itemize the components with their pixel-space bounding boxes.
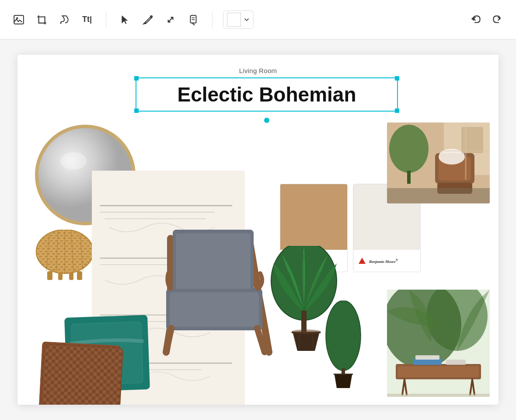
text-icon: Tt| [82,15,92,24]
chair-element[interactable] [153,203,280,352]
bm-logo [359,258,366,264]
photo-bottom-right[interactable] [387,290,490,397]
svg-rect-3 [191,15,196,23]
image-tool-button[interactable] [10,11,27,28]
toolbar-divider-2 [212,12,213,28]
svg-rect-67 [387,188,490,203]
photo-top-right[interactable] [387,122,490,203]
app-container: Tt| [0,0,516,420]
small-plant-element[interactable] [324,301,363,397]
small-plant-svg [324,301,363,397]
toolbar-middle-group [117,11,202,28]
handle-bottom-left[interactable] [134,108,139,113]
canvas-area: Living Room Eclectic Bohemian [0,39,516,420]
image-icon [13,14,24,25]
svg-rect-59 [407,171,411,184]
text-tool-button[interactable]: Tt| [79,11,95,28]
chevron-down-icon [244,17,250,23]
toolbar-divider-1 [106,12,106,28]
toolbar-left-group: Tt| [10,11,95,28]
brown-pillow-svg [38,341,125,405]
rattan-basket-element[interactable] [34,230,91,278]
undo-button[interactable] [468,11,485,28]
resize-icon [165,14,176,25]
svg-rect-52 [301,311,307,332]
photo-top-right-svg [387,122,490,203]
main-title: Eclectic Bohemian [145,83,388,106]
pen-tool-button[interactable] [139,11,156,28]
pen-icon [142,14,153,25]
svg-rect-80 [387,394,490,397]
crop-icon [36,14,47,25]
svg-rect-64 [461,127,483,153]
svg-rect-78 [415,355,439,360]
redo-button[interactable] [489,11,506,28]
svg-rect-21 [47,271,52,280]
svg-rect-72 [398,366,479,377]
brown-pillow-element[interactable] [38,341,121,405]
swatch-footer-bm: Benjamin Moore® [353,250,420,272]
handle-bottom-right[interactable] [395,108,399,113]
svg-rect-37 [176,233,251,295]
color-picker-button[interactable] [223,10,254,29]
svg-rect-79 [446,360,466,365]
select-icon [119,14,131,25]
resize-tool-button[interactable] [162,11,179,28]
redo-icon [492,14,503,25]
handle-top-right[interactable] [395,76,399,80]
bm-triangle-icon [359,258,366,264]
toolbar-right-group [468,11,506,28]
svg-rect-48 [41,344,123,405]
svg-rect-24 [69,273,73,280]
bm-brand-text: Benjamin Moore® [369,258,398,264]
swatch-color-sw [280,184,347,250]
svg-rect-23 [58,273,63,280]
svg-point-8 [60,152,87,170]
handle-bottom-center[interactable] [264,118,269,123]
crop-tool-button[interactable] [33,11,50,28]
toolbar: Tt| [0,0,516,39]
paint-icon [59,14,70,25]
color-swatch [227,13,241,27]
svg-point-58 [389,125,429,173]
photo-bottom-right-svg [387,290,490,397]
highlight-icon [188,14,199,25]
highlight-tool-button[interactable] [185,11,202,28]
main-title-wrapper[interactable]: Eclectic Bohemian [136,77,398,112]
rattan-basket-svg [34,230,95,282]
select-tool-button[interactable] [117,11,133,28]
room-label: Living Room [239,67,277,74]
svg-point-53 [292,329,321,334]
svg-rect-39 [170,292,259,327]
svg-rect-77 [413,359,442,365]
undo-icon [471,14,482,25]
paint-tool-button[interactable] [56,11,73,28]
moodboard: Living Room Eclectic Bohemian [17,55,499,405]
handle-top-left[interactable] [134,76,139,80]
svg-rect-22 [77,271,82,280]
main-title-box: Eclectic Bohemian [136,77,398,112]
